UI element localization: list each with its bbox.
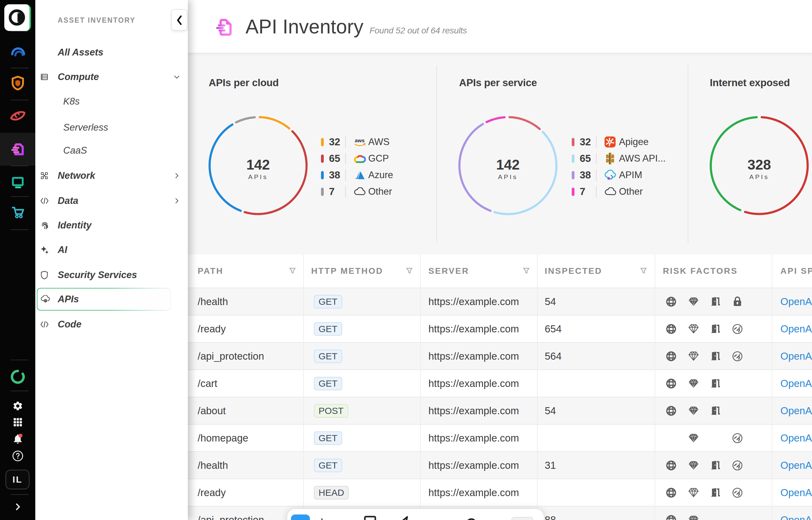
svg-text:aws: aws [355, 138, 365, 144]
